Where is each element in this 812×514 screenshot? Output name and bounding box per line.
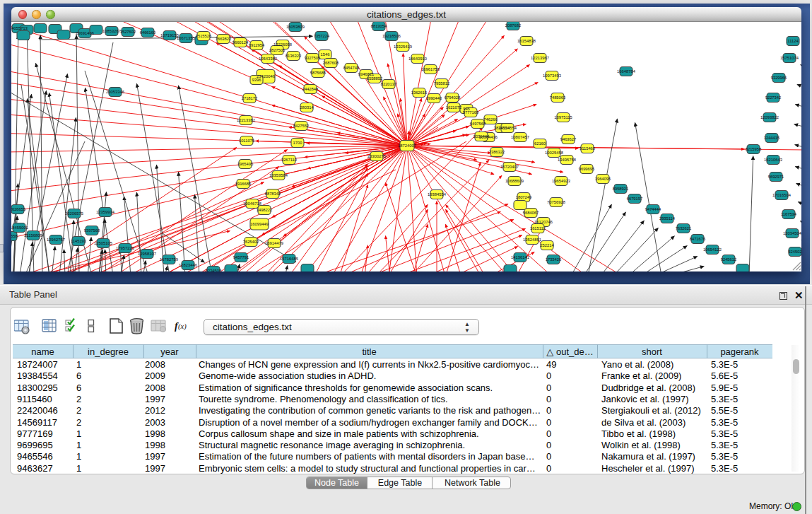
svg-text:16099449: 16099449 <box>250 222 269 226</box>
svg-text:2827505: 2827505 <box>269 48 286 52</box>
svg-text:18724007: 18724007 <box>398 144 416 148</box>
svg-text:10688609: 10688609 <box>505 179 524 183</box>
svg-text:6794028: 6794028 <box>445 95 461 100</box>
svg-text:1011075: 1011075 <box>239 139 254 143</box>
svg-text:9660124: 9660124 <box>233 40 249 45</box>
svg-text:9234508: 9234508 <box>206 269 222 271</box>
svg-text:16961758: 16961758 <box>421 67 440 71</box>
svg-text:7632621: 7632621 <box>676 226 692 230</box>
svg-text:14055713: 14055713 <box>11 26 28 30</box>
svg-text:924502: 924502 <box>788 250 801 254</box>
svg-text:10046718: 10046718 <box>243 201 261 206</box>
svg-text:8471676: 8471676 <box>690 237 706 241</box>
svg-text:8958921: 8958921 <box>613 187 629 191</box>
svg-text:2087682: 2087682 <box>505 23 522 28</box>
svg-text:7663822: 7663822 <box>216 37 232 41</box>
svg-text:9115460: 9115460 <box>579 146 595 151</box>
svg-text:1527602: 1527602 <box>120 30 136 34</box>
svg-text:12823446: 12823446 <box>179 263 197 267</box>
svg-text:17957225: 17957225 <box>116 246 134 250</box>
svg-text:16640910: 16640910 <box>408 57 427 61</box>
svg-text:19654923: 19654923 <box>552 179 570 183</box>
svg-text:1615112: 1615112 <box>530 226 546 230</box>
svg-text:1558852: 1558852 <box>367 76 383 81</box>
svg-text:7357224: 7357224 <box>314 34 330 38</box>
svg-text:7485063: 7485063 <box>550 95 566 100</box>
svg-text:1807249: 1807249 <box>516 195 532 199</box>
svg-text:1244415: 1244415 <box>764 136 780 140</box>
svg-text:16914479: 16914479 <box>265 241 283 245</box>
svg-text:7515526: 7515526 <box>196 34 212 38</box>
svg-text:7955812: 7955812 <box>434 81 450 86</box>
svg-text:1621072: 1621072 <box>446 105 462 110</box>
svg-text:10807457: 10807457 <box>511 135 529 139</box>
svg-text:20053346: 20053346 <box>106 90 124 94</box>
svg-text:16154838: 16154838 <box>517 39 536 43</box>
svg-text:5875685: 5875685 <box>310 71 326 75</box>
svg-text:280314: 280314 <box>300 105 314 110</box>
svg-text:20691406: 20691406 <box>76 31 94 35</box>
svg-text:6466160: 6466160 <box>140 30 156 35</box>
svg-text:1916685: 1916685 <box>235 182 252 186</box>
svg-text:16648784: 16648784 <box>617 69 636 74</box>
svg-text:12505105: 12505105 <box>94 241 112 245</box>
svg-text:17016504: 17016504 <box>772 193 792 197</box>
svg-text:10654122: 10654122 <box>703 247 722 252</box>
svg-text:12213382: 12213382 <box>237 118 255 122</box>
svg-text:10853267: 10853267 <box>102 29 121 33</box>
svg-text:10025458: 10025458 <box>545 151 563 155</box>
svg-text:10671355: 10671355 <box>177 36 195 40</box>
svg-text:21156809: 21156809 <box>24 233 42 238</box>
svg-text:2718172: 2718172 <box>242 96 258 100</box>
svg-text:8813054: 8813054 <box>371 24 387 28</box>
svg-text:8136323: 8136323 <box>286 54 302 58</box>
svg-text:(x): (x) <box>178 322 187 331</box>
svg-text:23300275: 23300275 <box>367 154 386 158</box>
svg-text:9227342: 9227342 <box>765 95 782 100</box>
svg-text:19218506: 19218506 <box>382 34 401 38</box>
svg-text:13495758: 13495758 <box>558 158 576 162</box>
svg-text:1498222: 1498222 <box>257 208 273 212</box>
svg-text:7386322: 7386322 <box>489 150 505 154</box>
svg-text:16210643: 16210643 <box>764 158 782 162</box>
svg-text:14124554: 14124554 <box>498 126 517 130</box>
svg-text:13524851: 13524851 <box>523 238 541 242</box>
svg-text:15716485: 15716485 <box>280 257 298 261</box>
svg-text:391558: 391558 <box>11 234 18 238</box>
svg-text:7625402: 7625402 <box>243 240 259 244</box>
svg-text:1700: 1700 <box>293 141 302 145</box>
svg-text:13975115: 13975115 <box>554 115 572 119</box>
svg-text:9474444: 9474444 <box>645 207 661 211</box>
svg-text:1965495: 1965495 <box>237 162 254 166</box>
svg-text:13325419: 13325419 <box>394 45 412 49</box>
svg-text:9397568: 9397568 <box>84 228 100 233</box>
svg-text:13226058: 13226058 <box>273 42 292 47</box>
svg-text:1546: 1546 <box>321 52 330 57</box>
svg-text:2442848: 2442848 <box>302 87 319 91</box>
svg-text:5692971: 5692971 <box>768 175 784 179</box>
svg-text:12093822: 12093822 <box>760 115 779 119</box>
svg-text:8215958: 8215958 <box>746 147 762 151</box>
svg-text:8454749: 8454749 <box>343 66 360 70</box>
svg-text:9245612: 9245612 <box>721 257 737 262</box>
svg-text:12034504: 12034504 <box>783 231 801 235</box>
svg-text:12213967: 12213967 <box>531 56 549 60</box>
svg-text:1990443: 1990443 <box>426 96 442 100</box>
svg-text:3267110: 3267110 <box>281 158 297 162</box>
svg-text:15720407: 15720407 <box>500 165 519 169</box>
svg-text:16120746: 16120746 <box>534 220 553 224</box>
svg-text:9457791: 9457791 <box>233 255 249 259</box>
svg-text:20206575: 20206575 <box>65 211 83 216</box>
svg-text:1733426: 1733426 <box>546 257 562 262</box>
svg-text:252214: 252214 <box>540 243 554 247</box>
svg-text:9699695: 9699695 <box>579 167 595 171</box>
svg-text:8878342: 8878342 <box>265 192 281 196</box>
svg-text:13958107: 13958107 <box>138 252 156 256</box>
svg-text:9396: 9396 <box>252 78 261 82</box>
svg-text:9329966: 9329966 <box>771 76 787 80</box>
svg-text:2036444: 2036444 <box>473 134 490 139</box>
svg-text:1167534: 1167534 <box>781 212 797 216</box>
svg-text:10543382: 10543382 <box>259 57 277 61</box>
svg-text:9777169: 9777169 <box>463 110 479 115</box>
svg-text:1964095: 1964095 <box>595 177 611 181</box>
